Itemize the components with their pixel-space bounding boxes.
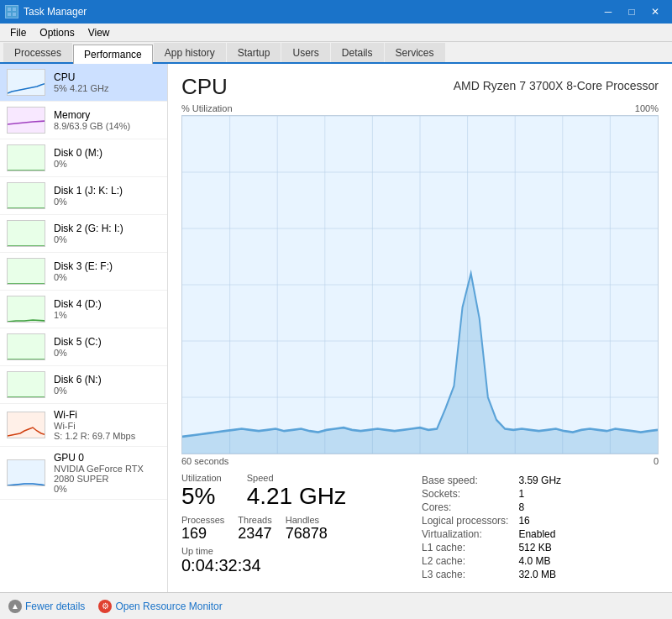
chart-time-right: 0	[654, 456, 659, 466]
memory-label: Memory 8.9/63.9 GB (14%)	[54, 109, 130, 131]
fewer-details-button[interactable]: ▲ Fewer details	[8, 600, 85, 613]
resource-monitor-icon: ⚙	[98, 600, 112, 613]
menu-bar: File Options View	[0, 24, 672, 42]
menu-view[interactable]: View	[81, 25, 117, 40]
wifi-thumb	[7, 412, 45, 438]
stat-label: L1 cache:	[422, 542, 517, 553]
minimize-button[interactable]: ─	[596, 3, 620, 20]
sidebar-item-disk3[interactable]: Disk 3 (E: F:) 0%	[0, 253, 167, 291]
menu-file[interactable]: File	[3, 25, 33, 40]
cpu-chart	[181, 115, 659, 454]
stat-value: 8	[518, 501, 561, 513]
panel-subtitle: AMD Ryzen 7 3700X 8-Core Processor	[454, 79, 659, 92]
panel-title: CPU	[181, 74, 228, 100]
gpu0-thumb	[7, 459, 45, 486]
utilization-label: Utilization	[181, 473, 222, 483]
tab-app-history[interactable]: App history	[154, 43, 226, 62]
chart-time-left: 60 seconds	[181, 456, 228, 466]
chart-labels: % Utilization 100%	[181, 103, 659, 113]
stat-value: Enabled	[518, 528, 561, 540]
tab-users[interactable]: Users	[281, 43, 329, 62]
panel-header: CPU AMD Ryzen 7 3700X 8-Core Processor	[181, 74, 659, 100]
disk0-thumb	[7, 144, 45, 171]
sidebar-item-memory[interactable]: Memory 8.9/63.9 GB (14%)	[0, 102, 167, 139]
wifi-label: Wi-Fi Wi-Fi S: 1.2 R: 69.7 Mbps	[54, 409, 135, 441]
processes-label: Processes	[181, 515, 224, 525]
right-stat-row: Base speed:3.59 GHz	[422, 475, 561, 486]
threads-value: 2347	[238, 525, 271, 543]
disk4-thumb	[7, 296, 45, 323]
gpu0-label: GPU 0 NVIDIA GeForce RTX 2080 SUPER 0%	[54, 452, 160, 494]
sidebar-item-disk4[interactable]: Disk 4 (D:) 1%	[0, 291, 167, 328]
disk3-label: Disk 3 (E: F:) 0%	[54, 260, 113, 282]
maximize-button[interactable]: □	[620, 3, 643, 20]
svg-rect-0	[8, 8, 11, 11]
disk5-label: Disk 5 (C:) 0%	[54, 336, 102, 358]
fewer-details-icon: ▲	[8, 600, 22, 613]
uptime-value: 0:04:32:34	[181, 556, 420, 575]
disk2-thumb	[7, 220, 45, 247]
stat-label: Sockets:	[422, 488, 517, 500]
sidebar-item-wifi[interactable]: Wi-Fi Wi-Fi S: 1.2 R: 69.7 Mbps	[0, 404, 167, 447]
memory-thumb	[7, 107, 45, 134]
uptime-label: Up time	[181, 546, 420, 556]
speed-label: Speed	[247, 473, 346, 483]
right-stat-row: L2 cache:4.0 MB	[422, 555, 561, 567]
title-bar: Task Manager ─ □ ✕	[0, 0, 672, 24]
chart-svg	[182, 116, 658, 454]
chart-label-left: % Utilization	[181, 103, 233, 113]
sidebar: CPU 5% 4.21 GHz Memory 8.9/63.9 GB (14%)	[0, 64, 168, 592]
disk1-thumb	[7, 182, 45, 209]
disk1-label: Disk 1 (J: K: L:) 0%	[54, 185, 123, 207]
stat-label: Base speed:	[422, 475, 517, 486]
handles-label: Handles	[286, 515, 328, 525]
processes-value: 169	[181, 525, 224, 543]
right-stat-row: L3 cache:32.0 MB	[422, 569, 561, 580]
disk4-label: Disk 4 (D:) 1%	[54, 298, 102, 320]
right-stat-row: Sockets:1	[422, 488, 561, 500]
right-stat-row: Cores:8	[422, 501, 561, 513]
stat-value: 3.59 GHz	[518, 475, 561, 486]
stat-value: 16	[518, 515, 561, 527]
close-button[interactable]: ✕	[643, 3, 667, 20]
sidebar-item-disk0[interactable]: Disk 0 (M:) 0%	[0, 139, 167, 177]
disk0-label: Disk 0 (M:) 0%	[54, 147, 102, 169]
stat-label: Cores:	[422, 501, 517, 513]
svg-rect-3	[13, 13, 16, 16]
right-stat-row: Virtualization:Enabled	[422, 528, 561, 540]
stat-label: Logical processors:	[422, 515, 517, 527]
tab-bar: Processes Performance App history Startu…	[0, 42, 672, 64]
open-resource-monitor-button[interactable]: ⚙ Open Resource Monitor	[98, 600, 222, 613]
stat-value: 32.0 MB	[518, 569, 561, 580]
tab-performance[interactable]: Performance	[73, 45, 153, 64]
tab-startup[interactable]: Startup	[227, 43, 281, 62]
sidebar-item-disk1[interactable]: Disk 1 (J: K: L:) 0%	[0, 177, 167, 215]
cpu-thumb	[7, 69, 45, 96]
sidebar-item-cpu[interactable]: CPU 5% 4.21 GHz	[0, 64, 167, 102]
stat-value: 1	[518, 488, 561, 500]
stats-right: Base speed:3.59 GHzSockets:1Cores:8Logic…	[420, 473, 659, 582]
window-title: Task Manager	[24, 6, 87, 18]
sidebar-item-disk6[interactable]: Disk 6 (N:) 0%	[0, 366, 167, 404]
sidebar-item-disk5[interactable]: Disk 5 (C:) 0%	[0, 328, 167, 366]
menu-options[interactable]: Options	[33, 25, 81, 40]
disk6-thumb	[7, 371, 45, 398]
stat-label: L2 cache:	[422, 555, 517, 567]
disk3-thumb	[7, 258, 45, 285]
utilization-value: 5%	[181, 483, 222, 510]
cpu-label: CPU 5% 4.21 GHz	[54, 71, 108, 93]
tab-details[interactable]: Details	[331, 43, 384, 62]
sidebar-item-disk2[interactable]: Disk 2 (G: H: I:) 0%	[0, 215, 167, 253]
disk5-thumb	[7, 333, 45, 360]
handles-value: 76878	[286, 525, 328, 543]
tab-services[interactable]: Services	[385, 43, 445, 62]
sidebar-item-gpu0[interactable]: GPU 0 NVIDIA GeForce RTX 2080 SUPER 0%	[0, 447, 167, 500]
right-panel: CPU AMD Ryzen 7 3700X 8-Core Processor %…	[168, 64, 672, 592]
disk2-label: Disk 2 (G: H: I:) 0%	[54, 223, 123, 244]
tab-processes[interactable]: Processes	[3, 43, 72, 62]
right-stat-row: Logical processors:16	[422, 515, 561, 527]
speed-value: 4.21 GHz	[247, 483, 346, 510]
fewer-details-label: Fewer details	[25, 601, 85, 612]
open-resource-monitor-label: Open Resource Monitor	[115, 601, 222, 612]
svg-rect-2	[8, 13, 11, 16]
